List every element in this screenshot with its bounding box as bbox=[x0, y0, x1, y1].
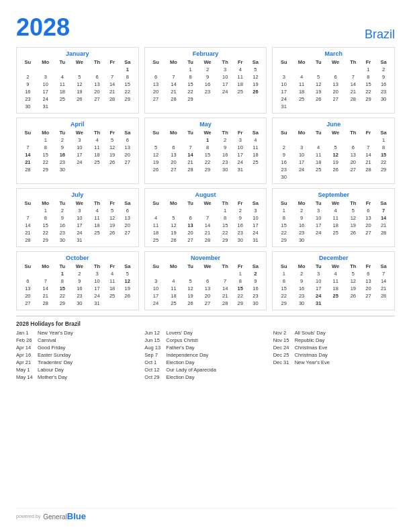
cal-day: 15 bbox=[275, 285, 292, 292]
cal-day: 11 bbox=[55, 81, 70, 88]
day-header-sa: Sa bbox=[375, 58, 392, 66]
cal-day: 19 bbox=[105, 151, 120, 159]
cal-day: 16 bbox=[375, 81, 392, 88]
day-header-sa: Sa bbox=[248, 129, 264, 136]
holiday-date: Nov 2 bbox=[273, 330, 295, 336]
brand-general: General bbox=[43, 513, 67, 521]
brand-blue: Blue bbox=[67, 511, 86, 521]
cal-day: 12 bbox=[311, 81, 326, 88]
cal-day: 2 bbox=[217, 136, 233, 144]
cal-day: 25 bbox=[105, 292, 120, 300]
cal-day bbox=[183, 270, 197, 277]
cal-day: 23 bbox=[292, 229, 311, 236]
cal-day: 21 bbox=[345, 88, 361, 95]
holiday-date: Jun 12 bbox=[144, 330, 166, 336]
cal-day: 24 bbox=[36, 95, 55, 103]
cal-day bbox=[248, 95, 264, 103]
cal-day bbox=[120, 103, 136, 110]
cal-day: 4 bbox=[148, 214, 165, 222]
cal-day: 18 bbox=[311, 159, 326, 166]
cal-day: 2 bbox=[275, 144, 292, 151]
holiday-col-col3: Nov 2All Souls' DayNov 15Republic DayDec… bbox=[273, 330, 395, 382]
day-header-th: Th bbox=[217, 129, 233, 136]
cal-day: 11 bbox=[248, 144, 264, 151]
cal-day: 18 bbox=[292, 88, 311, 95]
cal-day: 20 bbox=[89, 88, 105, 95]
holiday-item: Dec 24Christmas Eve bbox=[273, 345, 395, 351]
cal-day: 25 bbox=[55, 95, 70, 103]
day-header-we: We bbox=[198, 200, 218, 207]
cal-day: 7 bbox=[375, 270, 392, 277]
day-header-fr: Fr bbox=[233, 263, 248, 270]
holiday-date: Oct 29 bbox=[144, 374, 166, 380]
day-header-we: We bbox=[198, 263, 218, 270]
cal-day: 14 bbox=[19, 222, 36, 229]
cal-day: 26 bbox=[345, 229, 361, 236]
day-header-su: Su bbox=[19, 58, 36, 66]
cal-day: 20 bbox=[183, 229, 197, 236]
day-header-mo: Mo bbox=[36, 200, 55, 207]
holiday-item: May 14Mother's Day bbox=[16, 374, 138, 380]
cal-day: 25 bbox=[248, 159, 264, 166]
cal-day bbox=[164, 270, 183, 277]
cal-day: 23 bbox=[275, 166, 292, 173]
cal-day bbox=[375, 236, 392, 244]
cal-day: 13 bbox=[345, 151, 361, 159]
cal-day: 28 bbox=[36, 300, 55, 307]
cal-day: 1 bbox=[275, 207, 292, 214]
cal-day: 19 bbox=[311, 88, 326, 95]
month-name: July bbox=[19, 191, 136, 198]
cal-day: 26 bbox=[120, 292, 136, 300]
cal-day bbox=[36, 66, 55, 73]
cal-day: 10 bbox=[36, 81, 55, 88]
day-header-fr: Fr bbox=[361, 263, 376, 270]
day-header-su: Su bbox=[275, 129, 292, 136]
month-name: February bbox=[148, 50, 264, 57]
cal-day: 17 bbox=[148, 292, 165, 300]
day-header-sa: Sa bbox=[120, 200, 136, 207]
day-header-th: Th bbox=[217, 58, 233, 66]
cal-day: 9 bbox=[198, 73, 218, 81]
cal-day: 1 bbox=[375, 136, 392, 144]
cal-day: 6 bbox=[89, 73, 105, 81]
cal-day: 3 bbox=[148, 277, 165, 285]
cal-day: 21 bbox=[375, 285, 392, 292]
holiday-name: Good Friday bbox=[38, 345, 65, 351]
month-name: September bbox=[275, 191, 392, 198]
cal-day: 10 bbox=[233, 144, 248, 151]
cal-day: 13 bbox=[148, 81, 165, 88]
cal-day bbox=[375, 173, 392, 181]
month-name: June bbox=[275, 121, 392, 128]
day-header-tu: Tu bbox=[311, 129, 326, 136]
cal-day: 8 bbox=[217, 214, 233, 222]
month-block-january: JanuarySuMoTuWeThFrSa1234567891011121314… bbox=[16, 47, 139, 114]
cal-day: 5 bbox=[70, 73, 89, 81]
cal-day: 22 bbox=[233, 292, 248, 300]
cal-day: 21 bbox=[375, 222, 392, 229]
cal-day: 23 bbox=[217, 159, 233, 166]
cal-day: 8 bbox=[36, 144, 55, 151]
cal-day: 2 bbox=[233, 207, 248, 214]
cal-day: 30 bbox=[292, 300, 311, 307]
day-header-mo: Mo bbox=[36, 58, 55, 66]
holiday-item: Aug 13Father's Day bbox=[144, 345, 266, 351]
cal-day bbox=[311, 103, 326, 110]
cal-day: 11 bbox=[326, 277, 345, 285]
cal-day: 9 bbox=[55, 144, 70, 151]
cal-day: 10 bbox=[217, 73, 233, 81]
cal-day: 17 bbox=[311, 222, 326, 229]
cal-day: 29 bbox=[198, 166, 218, 173]
cal-day bbox=[275, 66, 292, 73]
holiday-item: Oct 1Election Day bbox=[144, 359, 266, 365]
holiday-date: Oct 1 bbox=[144, 359, 166, 365]
cal-day: 1 bbox=[233, 270, 248, 277]
year-title: 2028 bbox=[16, 13, 70, 42]
holiday-name: Christmas Eve bbox=[295, 345, 328, 351]
cal-day: 3 bbox=[217, 66, 233, 73]
cal-day: 21 bbox=[217, 292, 233, 300]
cal-day bbox=[19, 136, 36, 144]
day-header-we: We bbox=[198, 129, 218, 136]
cal-day: 22 bbox=[275, 229, 292, 236]
cal-day: 15 bbox=[198, 151, 218, 159]
cal-day: 12 bbox=[326, 151, 345, 159]
